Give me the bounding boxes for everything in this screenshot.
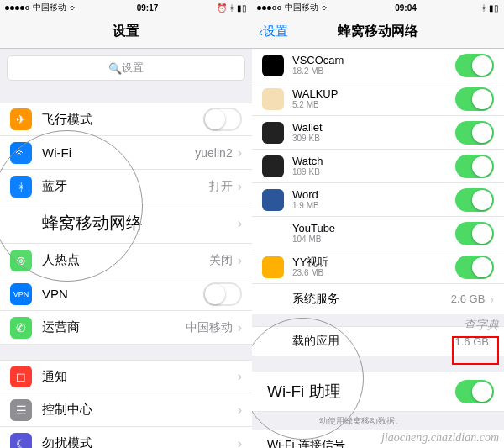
app-row[interactable]: YouTube104 MB xyxy=(252,217,504,250)
phone-right-cellular: 中国移动 ᯤ 09:04 ᚼ▮▯ ‹ 设置 蜂窝移动网络 VSCOcam18.2… xyxy=(252,0,504,448)
vpn-icon: VPN xyxy=(10,283,32,305)
phone-icon: ✆ xyxy=(10,317,32,339)
app-toggle[interactable] xyxy=(455,256,494,279)
row-airplane-mode[interactable]: ✈ 飞行模式 xyxy=(0,103,252,136)
status-bar: 中国移动 ᯤ 09:04 ᚼ▮▯ xyxy=(252,0,504,15)
row-notifications[interactable]: ◻ 通知 › xyxy=(0,360,252,393)
clock: 09:04 xyxy=(330,3,481,13)
app-name: YouTube xyxy=(292,223,455,235)
bluetooth-icon: ᚼ xyxy=(229,3,234,13)
app-icon xyxy=(262,189,284,211)
carrier-label: 中国移动 xyxy=(33,2,66,13)
wifi-icon: ᯤ xyxy=(322,3,330,13)
app-icon xyxy=(262,256,284,278)
chevron-right-icon: › xyxy=(238,216,242,231)
battery-icon: ▮▯ xyxy=(237,3,247,13)
nav-bar: 设置 xyxy=(0,15,252,49)
chevron-right-icon: › xyxy=(238,320,242,335)
row-carrier[interactable]: ✆ 运营商 中国移动 › xyxy=(0,311,252,345)
row-wifi[interactable]: ᯤ Wi-Fi yuelin2 › xyxy=(0,136,252,170)
app-toggle[interactable] xyxy=(455,155,494,178)
row-bluetooth[interactable]: ᚼ 蓝牙 打开 › xyxy=(0,170,252,203)
app-toggle[interactable] xyxy=(455,121,494,145)
airplane-toggle[interactable] xyxy=(203,108,242,131)
wifi-assist-note: 动使用蜂窝移动数据。 xyxy=(252,412,504,430)
notifications-icon: ◻ xyxy=(10,366,32,387)
app-icon xyxy=(262,55,284,76)
chevron-right-icon: › xyxy=(238,179,242,194)
chevron-right-icon: › xyxy=(238,436,242,449)
app-name: Wallet xyxy=(292,122,455,134)
row-control-center[interactable]: ☰ 控制中心 › xyxy=(0,393,252,427)
battery-icon: ▮▯ xyxy=(489,3,499,13)
alarm-icon: ⏰ xyxy=(217,3,227,13)
app-name: Watch xyxy=(292,155,455,167)
hotspot-icon: ⊚ xyxy=(10,250,32,271)
app-name: YY视听 xyxy=(292,256,455,268)
app-icon xyxy=(262,88,284,110)
wifi-assist-toggle[interactable] xyxy=(455,380,494,403)
search-input[interactable]: 🔍 设置 xyxy=(7,55,245,81)
app-row[interactable]: Wallet309 KB xyxy=(252,116,504,150)
app-name: Word xyxy=(292,189,455,201)
chevron-right-icon: › xyxy=(238,253,242,268)
status-bar: 中国移动 ᯤ 09:17 ⏰ᚼ▮▯ xyxy=(0,0,252,15)
app-toggle[interactable] xyxy=(455,87,494,111)
app-row[interactable]: Word1.9 MB xyxy=(252,183,504,217)
chevron-right-icon: › xyxy=(490,293,494,306)
app-row[interactable]: WALKUP5.2 MB xyxy=(252,82,504,116)
search-icon: 🔍 xyxy=(108,62,122,75)
app-toggle[interactable] xyxy=(455,54,494,77)
app-size: 5.2 MB xyxy=(292,100,455,109)
vpn-toggle[interactable] xyxy=(203,282,242,306)
app-name: WALKUP xyxy=(292,88,455,100)
bluetooth-icon: ᚼ xyxy=(481,3,486,13)
airplane-icon: ✈ xyxy=(10,108,32,130)
phone-left-settings: 中国移动 ᯤ 09:17 ⏰ᚼ▮▯ 设置 🔍 设置 ✈ 飞行模式 ᯤ Wi-Fi… xyxy=(0,0,252,448)
app-list: VSCOcam18.2 MBWALKUP5.2 MBWallet309 KBWa… xyxy=(252,49,504,284)
control-center-icon: ☰ xyxy=(10,399,32,421)
app-row[interactable]: Watch189 KB xyxy=(252,150,504,183)
row-wifi-assist[interactable]: Wi-Fi 助理 xyxy=(252,372,504,412)
chevron-right-icon: › xyxy=(238,403,242,418)
app-toggle[interactable] xyxy=(455,188,494,212)
wifi-icon: ᯤ xyxy=(10,142,32,164)
app-size: 189 KB xyxy=(292,167,455,177)
watermark-url: jiaocheng.chazidian.com xyxy=(381,431,499,445)
chevron-right-icon: › xyxy=(238,369,242,384)
app-row[interactable]: VSCOcam18.2 MB xyxy=(252,49,504,82)
app-size: 104 MB xyxy=(292,235,455,244)
wifi-icon: ᯤ xyxy=(70,3,78,13)
carrier-label: 中国移动 xyxy=(285,2,318,13)
app-size: 23.6 MB xyxy=(292,268,455,277)
row-system-services[interactable]: 系统服务 2.6 GB › xyxy=(252,284,504,314)
row-vpn[interactable]: VPN VPN xyxy=(0,277,252,311)
app-row[interactable]: YY视听23.6 MB xyxy=(252,250,504,284)
page-title: 蜂窝移动网络 xyxy=(338,23,418,40)
watermark-site: 查字典 xyxy=(464,318,499,333)
back-button[interactable]: ‹ 设置 xyxy=(259,24,288,40)
page-title: 设置 xyxy=(113,23,139,40)
chevron-right-icon: › xyxy=(238,145,242,161)
app-icon xyxy=(262,122,284,144)
app-name: VSCOcam xyxy=(292,55,455,66)
bluetooth-icon: ᚼ xyxy=(10,176,32,198)
app-size: 1.9 MB xyxy=(292,201,455,210)
nav-bar: ‹ 设置 蜂窝移动网络 xyxy=(252,15,504,49)
app-size: 309 KB xyxy=(292,134,455,143)
app-icon xyxy=(262,155,284,177)
app-icon xyxy=(262,223,284,245)
moon-icon: ☾ xyxy=(10,433,32,449)
row-hotspot[interactable]: ⊚ 人热点 关闭 › xyxy=(0,244,252,277)
row-cellular[interactable]: 蜂窝移动网络 › xyxy=(0,203,252,244)
row-dnd[interactable]: ☾ 勿扰模式 › xyxy=(0,427,252,448)
app-size: 18.2 MB xyxy=(292,66,455,76)
clock: 09:17 xyxy=(78,3,217,13)
app-toggle[interactable] xyxy=(455,222,494,245)
